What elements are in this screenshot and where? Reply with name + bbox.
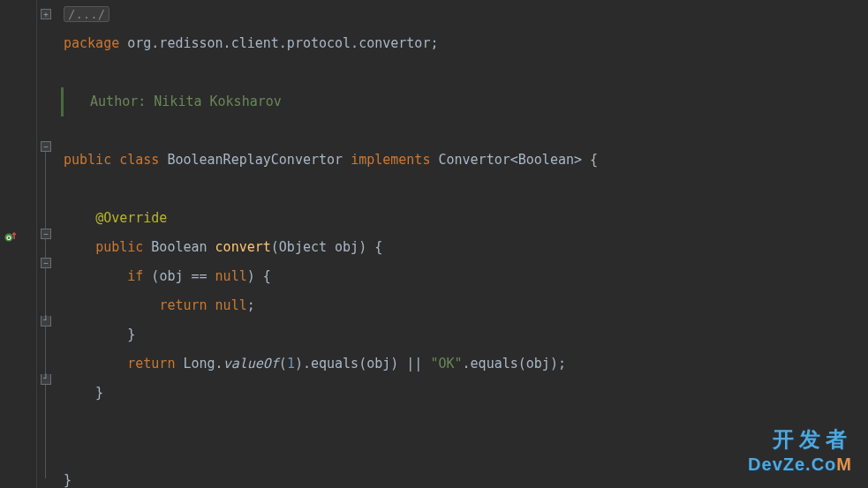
fold-collapse-icon[interactable]: − — [41, 258, 51, 268]
keyword-return: return — [127, 356, 175, 372]
keyword-if: if — [127, 268, 143, 284]
override-annotation: @Override — [95, 210, 167, 226]
package-path: org.redisson.client.protocol.convertor — [127, 35, 430, 51]
keyword-public: public — [64, 152, 111, 168]
keyword-public: public — [95, 239, 143, 255]
long-class: Long — [183, 356, 215, 372]
fold-expand-icon[interactable]: + — [41, 9, 51, 19]
return-null-line: return null; — [64, 291, 868, 320]
code-editor: O + − − − ┘ ┘ /.../ package org.redisson… — [0, 0, 868, 488]
string-literal: "OK" — [430, 356, 462, 372]
keyword-null: null — [215, 268, 247, 284]
gutter: O — [0, 0, 37, 488]
equals-method: equals — [471, 356, 518, 372]
return-type: Boolean — [151, 239, 207, 255]
param-name: obj — [335, 239, 359, 255]
annotation-line: @Override — [64, 204, 868, 233]
interface-name: Convertor — [438, 152, 509, 168]
param-type: Object — [279, 239, 327, 255]
method-name: convert — [215, 239, 271, 255]
keyword-return: return — [159, 297, 207, 313]
code-area[interactable]: /.../ package org.redisson.client.protoc… — [57, 0, 868, 488]
blank-line — [64, 116, 868, 146]
eq-operator: == — [192, 268, 208, 284]
fold-end-icon[interactable]: ┘ — [41, 374, 51, 385]
blank-line — [64, 437, 868, 466]
blank-line — [64, 408, 868, 437]
number-literal: 1 — [287, 356, 295, 372]
package-line: package org.redisson.client.protocol.con… — [64, 29, 868, 58]
return-expression-line: return Long.valueOf(1).equals(obj) || "O… — [64, 349, 868, 379]
close-brace-line: } — [64, 466, 868, 488]
svg-text:O: O — [6, 235, 11, 241]
keyword-null: null — [215, 297, 247, 313]
or-operator: || — [406, 356, 422, 372]
author-text: Author: Nikita Koksharov — [90, 94, 282, 109]
class-name: BooleanReplayConvertor — [167, 152, 343, 168]
method-declaration-line: public Boolean convert(Object obj) { — [64, 233, 868, 262]
fold-end-icon[interactable]: ┘ — [41, 316, 51, 327]
if-line: if (obj == null) { — [64, 262, 868, 291]
close-brace-line: } — [64, 379, 868, 408]
keyword-package: package — [64, 35, 119, 51]
author-comment: Author: Nikita Koksharov — [61, 87, 868, 116]
keyword-implements: implements — [351, 152, 430, 168]
class-declaration-line: public class BooleanReplayConvertor impl… — [64, 146, 868, 175]
generic-type: Boolean — [518, 152, 574, 168]
fold-column: + − − − ┘ ┘ — [37, 0, 57, 488]
blank-line — [64, 175, 868, 204]
close-brace-line: } — [64, 320, 868, 349]
blank-line — [64, 58, 868, 87]
folded-header-line[interactable]: /.../ — [64, 0, 868, 29]
override-gutter-icon[interactable]: O — [4, 229, 18, 244]
fold-collapse-icon[interactable]: − — [41, 229, 51, 239]
keyword-class: class — [119, 152, 159, 168]
fold-collapse-icon[interactable]: − — [41, 141, 51, 152]
equals-method: equals — [311, 356, 359, 372]
folded-region[interactable]: /.../ — [64, 6, 109, 22]
valueof-method: valueOf — [223, 356, 279, 372]
